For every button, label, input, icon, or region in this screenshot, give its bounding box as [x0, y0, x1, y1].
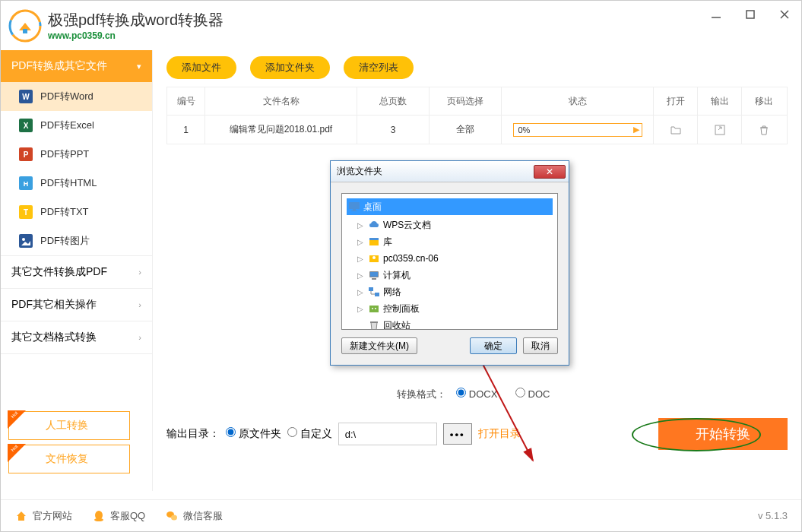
new-folder-button[interactable]: 新建文件夹(M) [341, 337, 417, 354]
network-icon [368, 286, 380, 298]
table-header: 编号 文件名称 总页数 页码选择 状态 打开 输出 移出 [166, 87, 788, 116]
sidebar-item-pdf-ppt[interactable]: P PDF转PPT [1, 140, 152, 169]
file-recovery-link[interactable]: Hot 文件恢复 [8, 445, 130, 473]
txt-icon: T [19, 205, 33, 219]
svg-rect-37 [370, 321, 378, 323]
home-icon [14, 509, 28, 523]
qq-support-link[interactable]: 客服QQ [92, 509, 145, 523]
tree-node-recycle[interactable]: ▷回收站 [347, 317, 553, 330]
svg-point-36 [375, 308, 376, 309]
desktop-icon [348, 201, 360, 213]
tree-node-desktop[interactable]: 桌面 [347, 198, 553, 215]
tree-node-control-panel[interactable]: ▷控制面板 [347, 300, 553, 317]
dialog-ok-button[interactable]: 确定 [470, 337, 517, 354]
svg-rect-32 [369, 287, 373, 291]
add-file-button[interactable]: 添加文件 [166, 56, 236, 79]
svg-text:W: W [22, 93, 30, 101]
sidebar-item-label: PDF转HTML [40, 176, 97, 190]
output-file-button[interactable] [698, 116, 742, 144]
sidebar-cat-other-to-pdf[interactable]: 其它文件转换成PDF› [1, 256, 152, 288]
image-icon [19, 234, 33, 248]
dialog-title-bar[interactable]: 浏览文件夹 ✕ [331, 161, 569, 182]
manual-convert-link[interactable]: Hot 人工转换 [8, 411, 130, 440]
dialog-cancel-button[interactable]: 取消 [523, 337, 558, 354]
minimize-button[interactable] [699, 1, 733, 27]
tree-node-user[interactable]: ▷pc0359.cn-06 [347, 250, 553, 267]
svg-rect-34 [369, 306, 379, 312]
sidebar: PDF转换成其它文件▾ W PDF转Word X PDF转Excel P PDF… [1, 50, 153, 491]
progress-bar: 0% ▶ [513, 123, 642, 137]
control-panel-icon [368, 302, 380, 315]
svg-rect-30 [370, 272, 378, 277]
col-name: 文件名称 [205, 87, 357, 115]
add-folder-button[interactable]: 添加文件夹 [250, 56, 330, 79]
sidebar-cat-pdf-to-other[interactable]: PDF转换成其它文件▾ [1, 50, 152, 82]
svg-text:P: P [24, 150, 29, 159]
wechat-icon [165, 509, 179, 523]
excel-icon: X [19, 119, 33, 132]
svg-rect-23 [353, 209, 356, 211]
table-row[interactable]: 1 编辑常见问题2018.01.pdf 3 全部 0% ▶ [166, 116, 788, 144]
col-num: 编号 [167, 87, 205, 115]
sidebar-item-pdf-excel[interactable]: X PDF转Excel [1, 111, 152, 140]
maximize-button[interactable] [733, 1, 767, 27]
svg-point-18 [22, 238, 25, 241]
start-convert-button[interactable]: 开始转换 [658, 418, 788, 450]
export-icon [714, 124, 726, 136]
app-title: 极强pdf转换成word转换器 [48, 10, 223, 30]
close-button[interactable] [767, 1, 801, 27]
computer-icon [368, 269, 380, 281]
app-window: 极强pdf转换成word转换器 www.pc0359.cn PDF转换成其它文件… [0, 0, 802, 532]
recycle-bin-icon [368, 319, 380, 330]
sidebar-item-pdf-html[interactable]: H PDF转HTML [1, 169, 152, 198]
app-logo-icon [8, 9, 42, 43]
format-doc-radio[interactable]: DOC [515, 388, 550, 400]
play-arrow-icon: ▶ [633, 125, 639, 135]
qq-icon [92, 509, 106, 523]
tree-node-library[interactable]: ▷库 [347, 233, 553, 250]
official-site-link[interactable]: 官方网站 [14, 509, 72, 523]
svg-text:X: X [24, 122, 29, 130]
output-custom-radio[interactable]: 自定义 [287, 427, 332, 441]
clear-list-button[interactable]: 清空列表 [344, 56, 414, 79]
svg-text:H: H [24, 180, 29, 188]
remove-file-button[interactable] [742, 116, 786, 144]
title-bar: 极强pdf转换成word转换器 www.pc0359.cn [1, 1, 801, 50]
footer: 官方网站 客服QQ 微信客服 v 5.1.3 [1, 499, 801, 531]
svg-rect-31 [372, 278, 376, 280]
svg-text:T: T [24, 208, 28, 217]
svg-point-42 [171, 515, 177, 520]
hot-badge-icon: Hot [8, 444, 26, 462]
format-docx-radio[interactable]: DOCX [456, 388, 497, 400]
browse-folder-dialog: 浏览文件夹 ✕ 桌面 ▷WPS云文档 ▷库 ▷pc0359.cn-06 ▷计算机… [330, 160, 569, 366]
sidebar-cat-other-formats[interactable]: 其它文档格式转换› [1, 321, 152, 353]
open-file-button[interactable] [654, 116, 698, 144]
col-status: 状态 [502, 87, 654, 115]
sidebar-item-pdf-txt[interactable]: T PDF转TXT [1, 198, 152, 226]
open-dir-link[interactable]: 打开目录 [478, 427, 521, 441]
output-path-input[interactable] [338, 423, 437, 445]
svg-point-40 [94, 518, 103, 521]
browse-button[interactable]: ••• [443, 423, 472, 445]
html-icon: H [19, 176, 33, 190]
svg-rect-17 [19, 234, 33, 248]
sidebar-cat-pdf-ops[interactable]: PDF其它相关操作› [1, 289, 152, 321]
sidebar-item-pdf-word[interactable]: W PDF转Word [1, 82, 152, 111]
tree-node-computer[interactable]: ▷计算机 [347, 267, 553, 283]
output-original-radio[interactable]: 原文件夹 [226, 427, 281, 441]
wechat-support-link[interactable]: 微信客服 [165, 509, 223, 523]
hot-badge-icon: Hot [8, 410, 26, 429]
col-open: 打开 [654, 87, 698, 115]
tree-node-wps[interactable]: ▷WPS云文档 [347, 217, 553, 233]
dialog-close-button[interactable]: ✕ [534, 165, 566, 179]
cloud-icon [368, 219, 380, 231]
word-icon: W [19, 90, 33, 103]
folder-tree[interactable]: 桌面 ▷WPS云文档 ▷库 ▷pc0359.cn-06 ▷计算机 ▷网络 ▷控制… [341, 193, 558, 330]
output-label: 输出目录： [166, 427, 220, 441]
sidebar-item-pdf-image[interactable]: PDF转图片 [1, 226, 152, 255]
svg-rect-33 [375, 293, 379, 296]
svg-point-28 [372, 256, 376, 259]
sidebar-item-label: PDF转PPT [40, 147, 89, 161]
folder-icon [670, 124, 682, 136]
tree-node-network[interactable]: ▷网络 [347, 283, 553, 300]
